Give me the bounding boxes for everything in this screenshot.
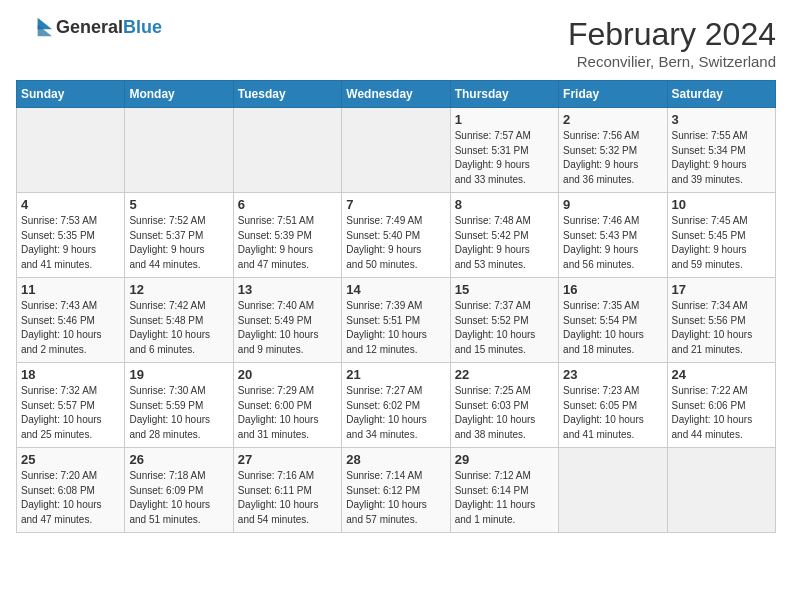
day-info: Sunrise: 7:23 AM Sunset: 6:05 PM Dayligh… xyxy=(563,384,662,442)
calendar-cell: 8Sunrise: 7:48 AM Sunset: 5:42 PM Daylig… xyxy=(450,193,558,278)
day-info: Sunrise: 7:16 AM Sunset: 6:11 PM Dayligh… xyxy=(238,469,337,527)
day-number: 25 xyxy=(21,452,120,467)
calendar-cell xyxy=(233,108,341,193)
location-title: Reconvilier, Bern, Switzerland xyxy=(568,53,776,70)
calendar-cell: 7Sunrise: 7:49 AM Sunset: 5:40 PM Daylig… xyxy=(342,193,450,278)
day-number: 23 xyxy=(563,367,662,382)
day-info: Sunrise: 7:39 AM Sunset: 5:51 PM Dayligh… xyxy=(346,299,445,357)
day-number: 4 xyxy=(21,197,120,212)
day-info: Sunrise: 7:25 AM Sunset: 6:03 PM Dayligh… xyxy=(455,384,554,442)
day-number: 20 xyxy=(238,367,337,382)
day-number: 8 xyxy=(455,197,554,212)
day-number: 12 xyxy=(129,282,228,297)
day-number: 3 xyxy=(672,112,771,127)
day-info: Sunrise: 7:40 AM Sunset: 5:49 PM Dayligh… xyxy=(238,299,337,357)
day-info: Sunrise: 7:29 AM Sunset: 6:00 PM Dayligh… xyxy=(238,384,337,442)
calendar-cell: 21Sunrise: 7:27 AM Sunset: 6:02 PM Dayli… xyxy=(342,363,450,448)
day-info: Sunrise: 7:42 AM Sunset: 5:48 PM Dayligh… xyxy=(129,299,228,357)
day-number: 26 xyxy=(129,452,228,467)
day-info: Sunrise: 7:56 AM Sunset: 5:32 PM Dayligh… xyxy=(563,129,662,187)
day-info: Sunrise: 7:45 AM Sunset: 5:45 PM Dayligh… xyxy=(672,214,771,272)
calendar-cell: 3Sunrise: 7:55 AM Sunset: 5:34 PM Daylig… xyxy=(667,108,775,193)
day-number: 16 xyxy=(563,282,662,297)
day-number: 7 xyxy=(346,197,445,212)
weekday-header: Thursday xyxy=(450,81,558,108)
calendar-cell: 9Sunrise: 7:46 AM Sunset: 5:43 PM Daylig… xyxy=(559,193,667,278)
month-title: February 2024 xyxy=(568,16,776,53)
calendar-cell: 25Sunrise: 7:20 AM Sunset: 6:08 PM Dayli… xyxy=(17,448,125,533)
day-info: Sunrise: 7:34 AM Sunset: 5:56 PM Dayligh… xyxy=(672,299,771,357)
day-info: Sunrise: 7:43 AM Sunset: 5:46 PM Dayligh… xyxy=(21,299,120,357)
calendar-cell: 24Sunrise: 7:22 AM Sunset: 6:06 PM Dayli… xyxy=(667,363,775,448)
calendar-cell: 20Sunrise: 7:29 AM Sunset: 6:00 PM Dayli… xyxy=(233,363,341,448)
logo-general: General xyxy=(56,17,123,37)
day-info: Sunrise: 7:53 AM Sunset: 5:35 PM Dayligh… xyxy=(21,214,120,272)
weekday-header: Friday xyxy=(559,81,667,108)
calendar-cell: 16Sunrise: 7:35 AM Sunset: 5:54 PM Dayli… xyxy=(559,278,667,363)
weekday-header: Tuesday xyxy=(233,81,341,108)
day-number: 9 xyxy=(563,197,662,212)
day-number: 11 xyxy=(21,282,120,297)
day-info: Sunrise: 7:57 AM Sunset: 5:31 PM Dayligh… xyxy=(455,129,554,187)
day-number: 19 xyxy=(129,367,228,382)
calendar-cell: 28Sunrise: 7:14 AM Sunset: 6:12 PM Dayli… xyxy=(342,448,450,533)
day-info: Sunrise: 7:32 AM Sunset: 5:57 PM Dayligh… xyxy=(21,384,120,442)
day-info: Sunrise: 7:46 AM Sunset: 5:43 PM Dayligh… xyxy=(563,214,662,272)
day-number: 29 xyxy=(455,452,554,467)
day-info: Sunrise: 7:27 AM Sunset: 6:02 PM Dayligh… xyxy=(346,384,445,442)
logo-icon xyxy=(16,16,52,38)
day-number: 28 xyxy=(346,452,445,467)
day-number: 2 xyxy=(563,112,662,127)
calendar-cell xyxy=(125,108,233,193)
calendar-cell xyxy=(17,108,125,193)
calendar-cell: 11Sunrise: 7:43 AM Sunset: 5:46 PM Dayli… xyxy=(17,278,125,363)
day-number: 6 xyxy=(238,197,337,212)
day-info: Sunrise: 7:20 AM Sunset: 6:08 PM Dayligh… xyxy=(21,469,120,527)
calendar-week-row: 11Sunrise: 7:43 AM Sunset: 5:46 PM Dayli… xyxy=(17,278,776,363)
calendar-cell: 2Sunrise: 7:56 AM Sunset: 5:32 PM Daylig… xyxy=(559,108,667,193)
calendar-cell: 10Sunrise: 7:45 AM Sunset: 5:45 PM Dayli… xyxy=(667,193,775,278)
day-info: Sunrise: 7:48 AM Sunset: 5:42 PM Dayligh… xyxy=(455,214,554,272)
day-number: 27 xyxy=(238,452,337,467)
weekday-header: Monday xyxy=(125,81,233,108)
day-number: 18 xyxy=(21,367,120,382)
day-number: 1 xyxy=(455,112,554,127)
day-info: Sunrise: 7:55 AM Sunset: 5:34 PM Dayligh… xyxy=(672,129,771,187)
calendar-week-row: 25Sunrise: 7:20 AM Sunset: 6:08 PM Dayli… xyxy=(17,448,776,533)
day-info: Sunrise: 7:18 AM Sunset: 6:09 PM Dayligh… xyxy=(129,469,228,527)
calendar-week-row: 1Sunrise: 7:57 AM Sunset: 5:31 PM Daylig… xyxy=(17,108,776,193)
weekday-header: Saturday xyxy=(667,81,775,108)
calendar-cell: 27Sunrise: 7:16 AM Sunset: 6:11 PM Dayli… xyxy=(233,448,341,533)
day-number: 15 xyxy=(455,282,554,297)
logo-blue: Blue xyxy=(123,17,162,37)
calendar-week-row: 4Sunrise: 7:53 AM Sunset: 5:35 PM Daylig… xyxy=(17,193,776,278)
header: GeneralBlue February 2024 Reconvilier, B… xyxy=(16,16,776,70)
calendar-cell xyxy=(342,108,450,193)
calendar-cell: 15Sunrise: 7:37 AM Sunset: 5:52 PM Dayli… xyxy=(450,278,558,363)
day-info: Sunrise: 7:37 AM Sunset: 5:52 PM Dayligh… xyxy=(455,299,554,357)
calendar-cell: 22Sunrise: 7:25 AM Sunset: 6:03 PM Dayli… xyxy=(450,363,558,448)
day-number: 13 xyxy=(238,282,337,297)
calendar-cell: 4Sunrise: 7:53 AM Sunset: 5:35 PM Daylig… xyxy=(17,193,125,278)
calendar-cell: 14Sunrise: 7:39 AM Sunset: 5:51 PM Dayli… xyxy=(342,278,450,363)
calendar-cell: 26Sunrise: 7:18 AM Sunset: 6:09 PM Dayli… xyxy=(125,448,233,533)
calendar-cell: 5Sunrise: 7:52 AM Sunset: 5:37 PM Daylig… xyxy=(125,193,233,278)
day-info: Sunrise: 7:22 AM Sunset: 6:06 PM Dayligh… xyxy=(672,384,771,442)
calendar-cell: 18Sunrise: 7:32 AM Sunset: 5:57 PM Dayli… xyxy=(17,363,125,448)
day-info: Sunrise: 7:52 AM Sunset: 5:37 PM Dayligh… xyxy=(129,214,228,272)
calendar-cell: 13Sunrise: 7:40 AM Sunset: 5:49 PM Dayli… xyxy=(233,278,341,363)
day-number: 24 xyxy=(672,367,771,382)
day-info: Sunrise: 7:49 AM Sunset: 5:40 PM Dayligh… xyxy=(346,214,445,272)
day-info: Sunrise: 7:51 AM Sunset: 5:39 PM Dayligh… xyxy=(238,214,337,272)
calendar-table: SundayMondayTuesdayWednesdayThursdayFrid… xyxy=(16,80,776,533)
day-number: 14 xyxy=(346,282,445,297)
day-number: 21 xyxy=(346,367,445,382)
day-number: 22 xyxy=(455,367,554,382)
day-info: Sunrise: 7:14 AM Sunset: 6:12 PM Dayligh… xyxy=(346,469,445,527)
calendar-cell: 6Sunrise: 7:51 AM Sunset: 5:39 PM Daylig… xyxy=(233,193,341,278)
day-number: 10 xyxy=(672,197,771,212)
weekday-header: Sunday xyxy=(17,81,125,108)
calendar-cell: 12Sunrise: 7:42 AM Sunset: 5:48 PM Dayli… xyxy=(125,278,233,363)
calendar-cell: 23Sunrise: 7:23 AM Sunset: 6:05 PM Dayli… xyxy=(559,363,667,448)
calendar-cell: 29Sunrise: 7:12 AM Sunset: 6:14 PM Dayli… xyxy=(450,448,558,533)
